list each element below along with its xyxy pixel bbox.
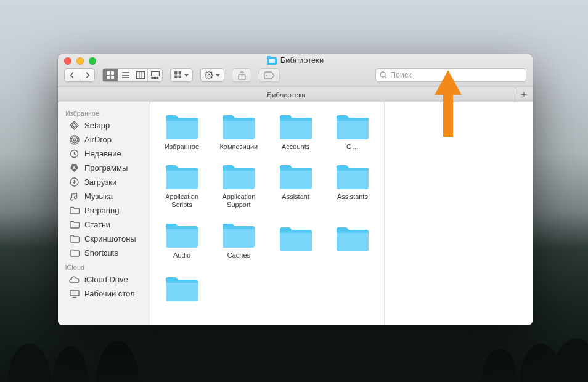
- folder-label: Audio: [173, 251, 190, 259]
- sidebar-item-preparing[interactable]: Preparing: [60, 203, 147, 217]
- folder-item[interactable]: [155, 274, 208, 303]
- sidebar-item-setapp[interactable]: Setapp: [60, 118, 147, 132]
- forward-button[interactable]: [80, 69, 94, 81]
- icloud-icon: [69, 274, 80, 285]
- share-button[interactable]: [232, 68, 251, 82]
- folder-item[interactable]: Caches: [212, 221, 265, 259]
- folder-icon: [335, 162, 370, 190]
- music-icon: [69, 191, 80, 201]
- applications-icon: A: [69, 163, 80, 173]
- svg-rect-3: [107, 71, 110, 75]
- svg-rect-40: [337, 119, 369, 139]
- folder-label: Application Scripts: [156, 193, 208, 209]
- folder-item[interactable]: Audio: [155, 221, 208, 259]
- folder-icon: [164, 221, 200, 249]
- setapp-icon: [69, 120, 80, 131]
- svg-rect-54: [280, 231, 312, 251]
- minimize-button[interactable]: [76, 57, 84, 65]
- sidebar-item-applications[interactable]: A Программы: [60, 161, 147, 175]
- folder-icon: [335, 224, 370, 253]
- svg-rect-2: [269, 59, 275, 63]
- new-tab-button[interactable]: ＋: [515, 87, 533, 102]
- airdrop-icon: [69, 134, 80, 145]
- svg-rect-51: [166, 227, 198, 229]
- tags-button[interactable]: [259, 68, 280, 82]
- folder-item[interactable]: [326, 224, 379, 263]
- svg-rect-35: [166, 119, 198, 121]
- downloads-icon: [69, 177, 80, 187]
- svg-rect-48: [337, 169, 369, 189]
- svg-rect-34: [166, 119, 198, 139]
- column-view-button[interactable]: [133, 69, 147, 81]
- icon-view-button[interactable]: [103, 69, 118, 81]
- svg-rect-55: [280, 231, 312, 233]
- svg-rect-14: [152, 78, 153, 79]
- svg-rect-5: [107, 76, 110, 79]
- window-title: Библиотеки: [280, 55, 324, 65]
- gear-icon: [205, 71, 213, 79]
- svg-rect-52: [223, 227, 255, 248]
- sidebar-item-music[interactable]: Музыка: [60, 189, 147, 203]
- desktop-icon: [69, 288, 80, 299]
- folder-icon: [164, 274, 200, 303]
- gallery-view-button[interactable]: [147, 69, 162, 81]
- folder-icon: [69, 219, 80, 230]
- svg-rect-37: [223, 119, 255, 121]
- sidebar-item-icloud-drive[interactable]: iCloud Drive: [60, 272, 147, 286]
- svg-point-24: [380, 72, 385, 77]
- arrange-popup[interactable]: [170, 68, 193, 82]
- traffic-lights: [64, 57, 96, 65]
- svg-point-27: [71, 137, 78, 143]
- content-area: Избранное Композиции Accounts G…: [150, 102, 533, 325]
- back-button[interactable]: [65, 69, 80, 81]
- folder-icon: [69, 205, 80, 216]
- folder-item[interactable]: Избранное: [155, 112, 208, 151]
- sidebar-item-recents[interactable]: Недавние: [60, 147, 147, 161]
- library-proxy-icon: [267, 56, 277, 65]
- svg-rect-53: [223, 227, 255, 229]
- annotation-arrow: [435, 70, 462, 137]
- sidebar-item-downloads[interactable]: Загрузки: [60, 175, 147, 189]
- folder-item[interactable]: Композиции: [212, 112, 265, 151]
- folder-label: Caches: [227, 251, 250, 259]
- svg-rect-20: [179, 76, 182, 79]
- sidebar-item-articles[interactable]: Статьи: [60, 217, 147, 232]
- svg-rect-45: [223, 169, 255, 171]
- svg-rect-49: [337, 169, 369, 171]
- folder-label: Application Support: [213, 193, 264, 209]
- sidebar-item-desktop[interactable]: Рабочий стол: [60, 286, 147, 301]
- sidebar-item-shortcuts[interactable]: Shortcuts: [60, 246, 147, 260]
- svg-rect-18: [179, 71, 182, 75]
- folder-item[interactable]: Accounts: [269, 112, 322, 151]
- icon-view-pane[interactable]: Избранное Композиции Accounts G…: [150, 102, 385, 325]
- svg-point-23: [266, 75, 267, 76]
- window-title-area: Библиотеки: [267, 55, 324, 65]
- close-button[interactable]: [64, 57, 71, 65]
- action-popup[interactable]: [200, 68, 224, 82]
- folder-icon: [221, 112, 256, 140]
- sidebar-item-airdrop[interactable]: AirDrop: [60, 132, 147, 147]
- folder-icon: [278, 112, 314, 140]
- list-view-button[interactable]: [118, 69, 133, 81]
- sidebar-item-screenshots[interactable]: Скриншотоны: [60, 232, 147, 246]
- folder-item[interactable]: G…: [326, 112, 379, 151]
- svg-rect-43: [166, 169, 198, 171]
- svg-rect-4: [111, 71, 114, 75]
- folder-item[interactable]: Assistants: [326, 162, 379, 209]
- svg-rect-42: [166, 169, 198, 189]
- folder-item[interactable]: Assistant: [269, 162, 322, 209]
- sidebar-heading-favorites: Избранное: [58, 106, 150, 118]
- folder-item[interactable]: Application Support: [212, 162, 265, 209]
- recents-icon: [69, 148, 80, 159]
- sidebar-heading-icloud: iCloud: [58, 260, 150, 272]
- svg-rect-44: [223, 169, 255, 189]
- zoom-button[interactable]: [89, 57, 96, 65]
- folder-label: Избранное: [165, 143, 199, 151]
- folder-label: Композиции: [219, 143, 258, 151]
- folder-item[interactable]: [269, 224, 322, 263]
- svg-rect-50: [166, 227, 198, 248]
- svg-line-25: [385, 76, 386, 78]
- folder-item[interactable]: Application Scripts: [155, 162, 208, 209]
- search-icon: [380, 71, 387, 79]
- svg-rect-15: [154, 78, 156, 79]
